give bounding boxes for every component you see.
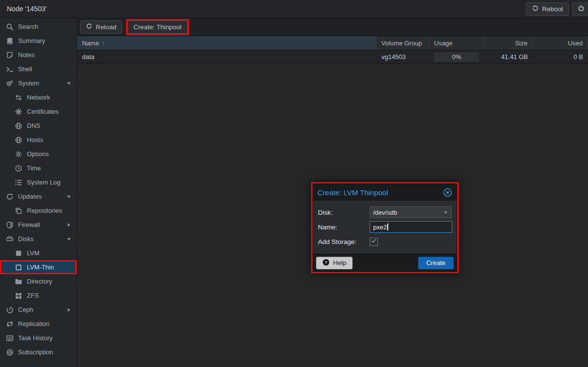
column-label: Usage: [434, 40, 453, 47]
sidebar-item-dns[interactable]: DNS: [0, 119, 77, 133]
sidebar-item-system[interactable]: System: [0, 76, 77, 90]
repeat-icon: [6, 320, 14, 328]
create-lvm-thinpool-dialog: Create: LVM Thinpool Disk: /dev/sdb Name…: [313, 184, 457, 272]
top-bar: Node '14503' Reboot: [0, 0, 588, 18]
disk-field-label: Disk:: [318, 209, 370, 216]
sidebar-item-network[interactable]: Network: [0, 90, 77, 104]
sidebar: SearchSummaryNotesShellSystemNetworkCert…: [0, 18, 77, 367]
reload-label: Reload: [96, 23, 116, 31]
note-icon: [6, 51, 14, 59]
sidebar-item-updates[interactable]: Updates: [0, 189, 77, 204]
question-icon: ?: [322, 259, 330, 267]
chevron-right-icon: [66, 222, 72, 228]
column-header-usage[interactable]: Usage: [429, 36, 484, 50]
sidebar-item-certificates[interactable]: Certificates: [0, 104, 77, 119]
sidebar-item-label: Updates: [18, 193, 42, 200]
clock-icon: [15, 164, 22, 172]
create-button[interactable]: Create: [418, 257, 454, 269]
dialog-header[interactable]: Create: LVM Thinpool: [313, 184, 457, 201]
sidebar-item-label: Task History: [18, 334, 53, 342]
cell-size: 41.41 GB: [484, 50, 533, 63]
globe-icon: [15, 136, 22, 144]
sidebar-item-system-log[interactable]: System Log: [0, 175, 77, 189]
square-outline-icon: [15, 264, 22, 271]
column-header-used[interactable]: Used: [533, 36, 588, 50]
chevron-down-icon: [66, 236, 72, 242]
sidebar-item-summary[interactable]: Summary: [0, 34, 77, 48]
sidebar-item-notes[interactable]: Notes: [0, 48, 77, 62]
sidebar-item-repositories[interactable]: Repositories: [0, 204, 77, 218]
power-icon: [578, 5, 585, 13]
create-thinpool-button[interactable]: Create: Thinpool: [127, 20, 187, 34]
sidebar-item-label: Certificates: [27, 108, 59, 115]
reload-button[interactable]: Reload: [80, 20, 122, 34]
sidebar-item-label: Notes: [18, 51, 35, 59]
sidebar-item-task-history[interactable]: Task History: [0, 331, 77, 345]
main-panel: Reload Create: Thinpool Name↑Volume Grou…: [77, 18, 588, 367]
sidebar-item-options[interactable]: Options: [0, 147, 77, 161]
sidebar-item-lvm-thin[interactable]: LVM-Thin: [0, 260, 77, 274]
sidebar-item-ceph[interactable]: Ceph: [0, 303, 77, 317]
sidebar-item-label: ZFS: [27, 292, 39, 299]
name-input-value: pxe2: [373, 224, 387, 231]
certificate-icon: [15, 108, 22, 116]
sidebar-item-subscription[interactable]: Subscription: [0, 345, 77, 359]
dialog-footer: ? Help Create: [313, 254, 457, 271]
terminal-icon: [6, 65, 14, 73]
disk-select[interactable]: /dev/sdb: [370, 206, 452, 218]
dialog-body: Disk: /dev/sdb Name: pxe2: [313, 201, 457, 254]
sidebar-item-disks[interactable]: Disks: [0, 232, 77, 246]
sidebar-item-label: Shell: [18, 65, 32, 73]
cell-used: 0 B: [533, 50, 588, 63]
table-body: datavg145030%41.41 GB0 B: [77, 50, 588, 64]
help-button[interactable]: ? Help: [316, 257, 353, 269]
sidebar-item-zfs[interactable]: ZFS: [0, 288, 77, 303]
shutdown-button[interactable]: [572, 2, 588, 16]
sidebar-item-label: DNS: [27, 122, 40, 129]
reload-icon: [86, 23, 92, 31]
chevron-right-icon: [66, 307, 72, 313]
sidebar-item-label: LVM-Thin: [27, 264, 54, 271]
name-input[interactable]: pxe2: [370, 221, 452, 233]
column-label: Size: [515, 40, 527, 47]
globe-icon: [15, 122, 22, 130]
sidebar-item-label: Subscription: [18, 348, 53, 356]
folder-icon: [15, 278, 22, 285]
book-icon: [6, 37, 14, 45]
close-icon[interactable]: [443, 188, 452, 197]
list-icon: [15, 179, 22, 186]
sort-asc-icon: ↑: [102, 40, 105, 46]
cell-usage: 0%: [429, 50, 484, 63]
sidebar-item-firewall[interactable]: Firewall: [0, 218, 77, 232]
sidebar-item-hosts[interactable]: Hosts: [0, 133, 77, 147]
sidebar-item-label: Summary: [18, 37, 45, 44]
square-filled-icon: [15, 249, 22, 257]
add-storage-checkbox[interactable]: [370, 238, 378, 246]
refresh-icon: [6, 193, 14, 201]
sidebar-item-label: System Log: [27, 179, 61, 186]
column-header-name[interactable]: Name↑: [77, 36, 377, 50]
sidebar-item-label: Directory: [27, 278, 52, 285]
create-thinpool-annotation: Create: Thinpool: [126, 19, 189, 35]
column-header-volume-group[interactable]: Volume Group: [377, 36, 429, 50]
sidebar-item-directory[interactable]: Directory: [0, 274, 77, 288]
column-header-size[interactable]: Size: [484, 36, 533, 50]
sidebar-item-time[interactable]: Time: [0, 161, 77, 175]
sidebar-item-search[interactable]: Search: [0, 20, 77, 34]
table-row[interactable]: datavg145030%41.41 GB0 B: [77, 50, 588, 64]
add-storage-field-label: Add Storage:: [318, 238, 370, 245]
svg-text:?: ?: [325, 260, 327, 265]
reboot-button[interactable]: Reboot: [526, 2, 569, 16]
sidebar-item-label: Firewall: [18, 221, 40, 228]
chevron-down-icon: [66, 194, 72, 200]
sidebar-item-label: Search: [18, 23, 38, 30]
cell-name: data: [77, 50, 377, 63]
sidebar-item-replication[interactable]: Replication: [0, 317, 77, 331]
chevron-down-icon: [443, 210, 448, 215]
sidebar-item-label: Options: [27, 150, 49, 158]
sidebar-item-label: Network: [27, 94, 50, 101]
sidebar-item-lvm[interactable]: LVM: [0, 246, 77, 260]
sidebar-item-label: Time: [27, 164, 41, 172]
sidebar-item-shell[interactable]: Shell: [0, 62, 77, 76]
node-title: Node '14503': [7, 5, 526, 13]
